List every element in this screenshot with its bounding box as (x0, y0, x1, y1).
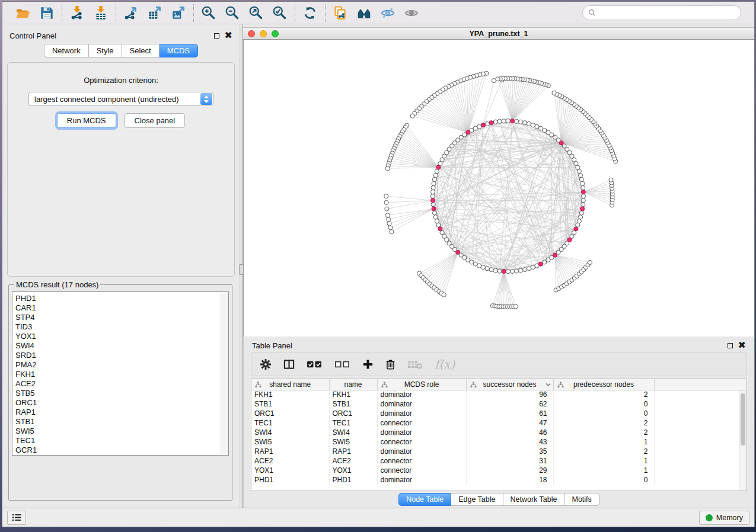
table-cell[interactable]: connector (377, 437, 466, 447)
mcds-result-item[interactable]: PHD1 (15, 294, 220, 303)
column-header-MCDS-role[interactable]: MCDS role (377, 379, 466, 390)
table-row[interactable]: STB1STB1dominator620 (251, 399, 747, 409)
tab-node-table[interactable]: Node Table (398, 493, 451, 506)
table-cell[interactable]: 0 (553, 409, 654, 418)
table-cell[interactable]: YOX1 (251, 466, 329, 475)
tab-edge-table[interactable]: Edge Table (451, 493, 503, 506)
table-cell[interactable]: connector (377, 466, 466, 475)
table-cell[interactable]: 61 (466, 409, 553, 418)
table-cell[interactable]: TEC1 (251, 418, 329, 428)
table-cell[interactable]: dominator (377, 409, 466, 418)
zoom-fit-icon[interactable] (247, 4, 265, 22)
table-cell[interactable]: ORC1 (329, 409, 377, 418)
task-history-button[interactable] (7, 511, 26, 525)
delete-column-icon[interactable] (385, 357, 395, 372)
float-panel-icon[interactable] (214, 33, 219, 39)
mcds-result-item[interactable]: STB5 (15, 389, 220, 398)
table-cell[interactable]: SWI5 (329, 437, 377, 447)
table-row[interactable]: ORC1ORC1dominator610 (251, 409, 747, 418)
mcds-result-item[interactable]: ORC1 (15, 398, 220, 408)
export-image-icon[interactable] (170, 4, 187, 22)
mcds-result-item[interactable]: CAR1 (15, 303, 220, 313)
table-cell[interactable]: 62 (466, 399, 553, 409)
mcds-result-item[interactable]: FKH1 (15, 370, 220, 379)
export-network-icon[interactable] (122, 4, 140, 22)
open-file-icon[interactable] (14, 4, 32, 22)
mcds-result-item[interactable]: ACE2 (15, 379, 220, 389)
table-cell[interactable]: 2 (553, 447, 654, 456)
table-cell[interactable]: 0 (553, 475, 654, 485)
zoom-selected-icon[interactable] (271, 4, 289, 22)
network-canvas[interactable] (243, 40, 754, 336)
table-cell[interactable]: 1 (553, 437, 654, 447)
table-cell[interactable]: PHD1 (329, 475, 377, 485)
table-cell[interactable]: YOX1 (329, 466, 377, 475)
deselect-all-rows-icon[interactable] (334, 357, 350, 372)
table-cell[interactable]: dominator (377, 475, 466, 485)
export-table-icon[interactable] (146, 4, 164, 22)
mcds-result-item[interactable]: TEC1 (15, 436, 220, 446)
table-cell[interactable]: 47 (466, 418, 553, 428)
table-cell[interactable]: ACE2 (251, 456, 329, 466)
refresh-view-icon[interactable] (301, 4, 319, 22)
table-cell[interactable]: dominator (377, 428, 466, 437)
table-cell[interactable]: connector (377, 456, 466, 466)
mcds-result-item[interactable]: PMA2 (15, 360, 220, 370)
table-cell[interactable]: 96 (466, 390, 553, 399)
table-cell[interactable]: dominator (377, 399, 466, 409)
table-cell[interactable]: 1 (553, 466, 654, 475)
table-cell[interactable]: 43 (466, 437, 553, 447)
mcds-result-item[interactable]: TID3 (15, 322, 220, 332)
import-network-icon[interactable] (68, 4, 86, 22)
table-cell[interactable]: 2 (553, 418, 654, 428)
table-cell[interactable]: 29 (466, 466, 553, 475)
close-panel-icon[interactable]: ✖ (225, 33, 232, 39)
table-cell[interactable]: dominator (377, 447, 466, 456)
table-cell[interactable]: 46 (466, 428, 553, 437)
table-cell[interactable]: dominator (377, 390, 466, 399)
first-neighbors-icon[interactable] (355, 4, 373, 22)
table-cell[interactable]: 1 (553, 456, 654, 466)
network-graph[interactable] (244, 40, 754, 335)
table-cell[interactable]: 2 (553, 390, 654, 399)
table-scrollbar-thumb[interactable] (741, 393, 745, 446)
table-row[interactable]: RAP1RAP1dominator352 (251, 447, 747, 456)
new-network-from-selection-icon[interactable] (331, 4, 349, 22)
table-cell[interactable]: TEC1 (329, 418, 377, 428)
table-row[interactable]: SWI4SWI4dominator462 (251, 428, 747, 437)
mcds-result-item[interactable]: STP4 (15, 313, 220, 322)
mcds-result-item[interactable]: STB1 (15, 417, 220, 427)
mcds-result-item[interactable]: SWI4 (15, 341, 220, 351)
hide-selected-icon[interactable] (379, 4, 397, 22)
tab-network[interactable]: Network (44, 44, 89, 57)
mcds-result-item[interactable]: RAP1 (15, 408, 220, 417)
table-cell[interactable]: FKH1 (329, 390, 377, 399)
search-input[interactable] (599, 9, 736, 17)
close-panel-button[interactable]: Close panel (125, 113, 186, 128)
show-all-icon[interactable] (403, 4, 420, 22)
table-cell[interactable]: ORC1 (251, 409, 329, 418)
column-header-successor-nodes[interactable]: successor nodes (466, 379, 553, 390)
zoom-out-icon[interactable] (224, 4, 241, 22)
close-table-panel-icon[interactable]: ✖ (738, 342, 746, 348)
optimization-criterion-select[interactable]: largest connected component (undirected) (28, 92, 213, 106)
column-header-shared-name[interactable]: shared name (251, 379, 329, 390)
save-session-icon[interactable] (38, 4, 56, 22)
import-table-icon[interactable] (92, 4, 110, 22)
table-cell[interactable]: SWI4 (251, 428, 329, 437)
table-cell[interactable]: STB1 (251, 399, 329, 409)
tab-style[interactable]: Style (89, 44, 122, 57)
table-row[interactable]: TEC1TEC1connector472 (251, 418, 747, 428)
mcds-result-item[interactable]: SWI5 (15, 427, 220, 436)
table-cell[interactable]: 35 (466, 447, 553, 456)
table-cell[interactable]: ACE2 (329, 456, 377, 466)
table-row[interactable]: ACE2ACE2connector311 (251, 456, 747, 466)
tab-network-table[interactable]: Network Table (503, 493, 565, 506)
table-row[interactable]: PHD1PHD1dominator180 (251, 475, 747, 485)
table-row[interactable]: YOX1YOX1connector291 (251, 466, 747, 475)
show-columns-icon[interactable] (283, 357, 295, 372)
tab-motifs[interactable]: Motifs (564, 493, 599, 506)
table-row[interactable]: FKH1FKH1dominator962 (251, 390, 747, 399)
table-cell[interactable]: RAP1 (329, 447, 377, 456)
table-cell[interactable]: 0 (553, 399, 654, 409)
